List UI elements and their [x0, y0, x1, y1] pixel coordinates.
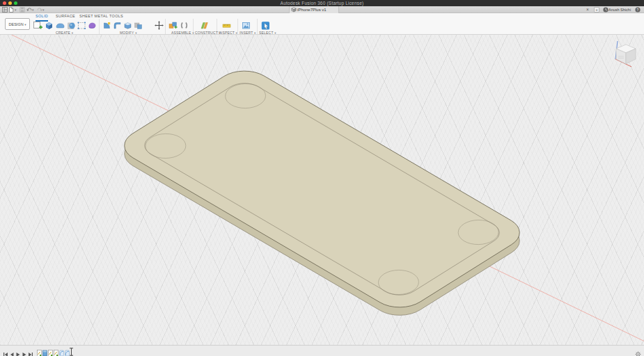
group-divider [237, 19, 238, 34]
viewcube[interactable] [610, 38, 642, 70]
sculpt-button[interactable] [87, 20, 97, 31]
workspace-selector-button[interactable]: DESIGN ▾ [5, 18, 30, 30]
timeline-bar [0, 345, 644, 356]
tab-sheet-metal[interactable]: SHEET METAL [79, 14, 108, 20]
ribbon-toolbar: DESIGN ▾ SOLID SURFACE SHEET METAL TOOLS [0, 13, 644, 35]
titlebar: Autodesk Fusion 360 (Startup License) [0, 0, 644, 6]
construction-plane-button[interactable] [199, 20, 210, 31]
document-cube-icon [291, 7, 297, 13]
create-sketch-button[interactable] [33, 20, 43, 31]
fillet-button[interactable] [112, 20, 123, 31]
account-menu[interactable]: Anush Shichi [608, 8, 631, 12]
timeline-feature-sketch[interactable] [37, 347, 42, 354]
revolve-button[interactable] [66, 20, 77, 31]
timeline-step-forward-button[interactable] [22, 348, 27, 353]
save-icon[interactable] [19, 7, 25, 13]
timeline-position-marker[interactable] [69, 346, 74, 355]
tab-surface[interactable]: SURFACE [56, 14, 75, 20]
new-component-button[interactable] [168, 20, 178, 31]
extrude-button[interactable] [44, 20, 54, 31]
timeline-feature-sketch[interactable] [54, 347, 58, 354]
select-button[interactable] [260, 20, 271, 31]
timeline-feature-sketch[interactable] [48, 347, 53, 354]
window-title: Autodesk Fusion 360 (Startup License) [0, 1, 644, 6]
press-pull-button[interactable] [102, 20, 112, 31]
group-divider [99, 19, 100, 34]
timeline-go-to-end-button[interactable] [28, 348, 33, 353]
timeline-feature-extrude[interactable] [42, 347, 47, 354]
insert-canvas-button[interactable] [241, 20, 251, 31]
model-scene [0, 35, 644, 345]
quick-access-toolbar: ▾ ▾ ▾ iPhone7Plus v1 × + Anush Shichi ? [0, 6, 644, 13]
timeline-go-to-start-button[interactable] [3, 348, 8, 353]
file-icon[interactable] [8, 7, 14, 13]
timeline-feature-fillet[interactable] [59, 347, 64, 354]
group-divider [257, 19, 258, 34]
timeline-play-button[interactable] [15, 348, 21, 353]
undo-caret-icon[interactable]: ▾ [32, 7, 34, 13]
undo-icon[interactable] [26, 7, 32, 13]
redo-icon[interactable] [37, 7, 42, 13]
shell-button[interactable] [123, 20, 133, 31]
document-tab-label: iPhone7Plus v1 [297, 8, 327, 12]
joint-button[interactable] [179, 20, 189, 31]
document-tab[interactable]: iPhone7Plus v1 [289, 6, 339, 13]
job-status-icon[interactable] [603, 7, 608, 13]
measure-button[interactable] [221, 20, 232, 31]
viewport-canvas[interactable] [0, 35, 644, 345]
file-caret-icon[interactable]: ▾ [15, 7, 17, 13]
new-tab-button[interactable]: + [594, 7, 599, 13]
redo-caret-icon[interactable]: ▾ [42, 7, 45, 13]
group-divider [165, 19, 166, 34]
fusion360-window: Autodesk Fusion 360 (Startup License) ▾ … [0, 0, 644, 356]
move-button[interactable] [154, 20, 164, 31]
timeline-settings-gear-icon[interactable] [635, 348, 641, 354]
bounding-box-button[interactable] [77, 20, 87, 31]
help-icon[interactable]: ? [635, 7, 641, 13]
close-tab-button[interactable]: × [586, 7, 589, 12]
data-panel-icon[interactable] [2, 7, 8, 13]
combine-button[interactable] [133, 20, 143, 31]
tab-tools[interactable]: TOOLS [109, 14, 123, 20]
form-button[interactable] [55, 20, 65, 31]
timeline-step-back-button[interactable] [9, 348, 15, 353]
